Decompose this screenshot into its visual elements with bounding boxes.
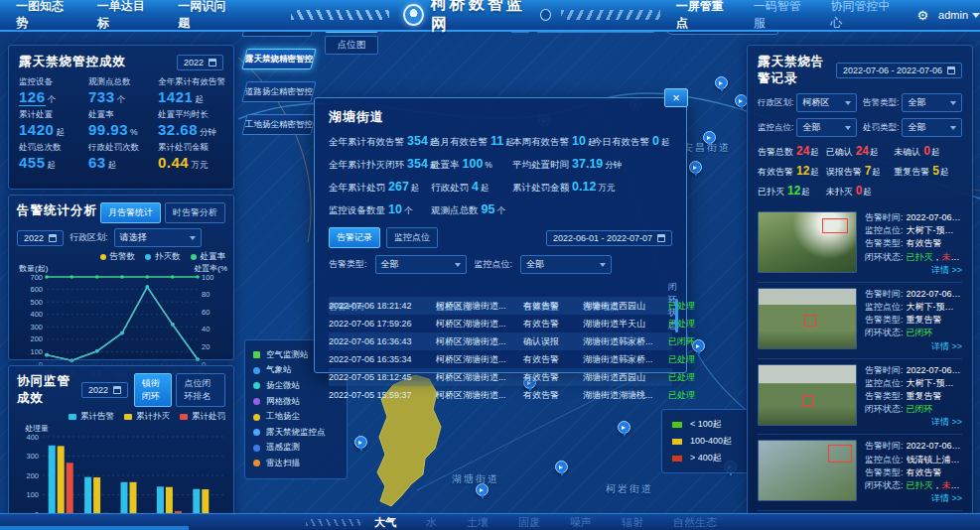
date-range-picker[interactable]: 2022-06-01 - 2022-07-07 xyxy=(546,230,672,246)
tab-point-ranking[interactable]: 点位闭环排名 xyxy=(176,373,225,407)
stat-unit: 起 xyxy=(48,160,57,170)
district-select[interactable]: 柯桥区 xyxy=(796,93,857,112)
stat-label: 误报告警 xyxy=(826,167,862,177)
bottom-tab[interactable]: 土壤 xyxy=(467,515,489,530)
table-row[interactable]: 2022-07-05 18:12:45 柯桥区湖塘街道... 有效告警 湖塘街道… xyxy=(329,368,672,386)
map-pin[interactable] xyxy=(354,436,367,449)
field-value-closure: 已闭环 xyxy=(907,327,933,339)
bottom-tab[interactable]: 大气 xyxy=(374,515,396,530)
alarm-type-select[interactable]: 全部 xyxy=(902,93,962,112)
penalty-type-select[interactable]: 全部 xyxy=(902,118,962,137)
select-value: 全部 xyxy=(908,121,925,134)
detail-link[interactable]: 详情 >> xyxy=(865,492,962,505)
detail-link[interactable]: 详情 >> xyxy=(865,416,962,429)
stat-label: 处置率 xyxy=(431,159,460,170)
settings-gear-icon[interactable]: ⚙ xyxy=(916,8,928,23)
svg-text:300: 300 xyxy=(30,323,43,331)
legend-item[interactable]: 遥感监测 xyxy=(253,441,339,457)
top-header: 一图知态势 一单达目标 一网识问题 柯桥数智蓝网 一屏管重点 一码智管服 协同管… xyxy=(0,0,980,32)
table-row[interactable]: 2022-07-06 16:36:43 柯桥区湖塘街道... 确认误报 湖塘街道… xyxy=(329,332,672,350)
monitor-point-select[interactable]: 全部 xyxy=(520,255,612,274)
tab-town-closed-loop[interactable]: 镇街闭环 xyxy=(134,373,172,407)
map-control-site-dust[interactable]: 工地扬尘精密智控 xyxy=(241,114,316,135)
alarm-type-select[interactable]: 全部 xyxy=(375,255,467,274)
calendar-icon xyxy=(947,66,955,74)
year-picker[interactable]: 2022 xyxy=(17,230,64,246)
nav-item-screen-focus[interactable]: 一屏管重点 xyxy=(676,0,730,32)
table-row[interactable]: 2022-07-06 16:35:34 柯桥区湖塘街道... 有效告警 湖塘街道… xyxy=(329,350,672,368)
alarm-list[interactable]: 告警时间:2022-07-06 19:02:01 监控点位:大树下-预置位7 告… xyxy=(758,206,962,526)
alarm-card[interactable]: 告警时间:2022-07-06 18:59:43 监控点位:大树下-预置位2 告… xyxy=(758,359,962,436)
svg-text:600: 600 xyxy=(30,285,43,294)
alarm-thumbnail[interactable] xyxy=(758,288,857,349)
alarm-thumbnail[interactable] xyxy=(758,440,857,501)
legend-item[interactable]: 工地扬尘 xyxy=(253,409,339,425)
tab-alarm-records[interactable]: 告警记录 xyxy=(329,227,380,248)
tab-monthly-alarm-stats[interactable]: 月告警统计 xyxy=(100,202,161,223)
legend-item[interactable]: 告警数 xyxy=(100,251,136,263)
cell-status: 已处理 xyxy=(668,353,695,366)
table-row[interactable]: 2022-07-06 17:59:26 柯桥区湖塘街道... 有效告警 湖塘街道… xyxy=(329,315,672,332)
legend-item[interactable]: 扑灭数 xyxy=(145,251,181,263)
range-legend: < 100起 100-400起 > 400起 xyxy=(661,409,761,473)
alarm-card[interactable]: 告警时间:2022-07-06 18:57:33 监控点位:钱清镇上浦西-预置位… xyxy=(758,435,962,511)
close-button[interactable]: × xyxy=(664,88,688,107)
nav-item-situation[interactable]: 一图知态势 xyxy=(16,0,70,32)
legend-item[interactable]: 网格微站 xyxy=(253,394,339,410)
year-picker[interactable]: 2022 xyxy=(177,55,223,70)
popup-stat: 观测点总数95个 xyxy=(431,202,512,217)
detail-link[interactable]: 详情 >> xyxy=(865,264,962,277)
map-pin[interactable] xyxy=(689,161,702,174)
legend-item[interactable]: 累计告警 xyxy=(69,411,114,423)
legend-item[interactable]: 扬尘微站 xyxy=(253,378,339,394)
closure-status: 未处罚 xyxy=(942,252,962,262)
map-pin[interactable] xyxy=(555,461,568,473)
field-label-closure: 闭环状态: xyxy=(865,251,904,264)
map-control-road-dust[interactable]: 道路扬尘精密智控 xyxy=(241,81,316,102)
alarm-card[interactable]: 告警时间:2022-07-06 19:02:01 监控点位:大树下-预置位7 告… xyxy=(758,206,962,283)
alarm-thumbnail[interactable] xyxy=(758,364,857,426)
district-filter-label: 行政区划: xyxy=(758,97,793,109)
table-scrollbar[interactable] xyxy=(675,299,678,332)
bottom-tab[interactable]: 噪声 xyxy=(570,515,592,530)
tab-hourly-alarm-analysis[interactable]: 时告警分析 xyxy=(165,202,225,223)
stat-item: 处罚总次数 455起 xyxy=(19,142,88,172)
bottom-tab[interactable]: 固废 xyxy=(518,515,540,530)
tab-monitor-points[interactable]: 监控点位 xyxy=(386,227,438,248)
map-control-open-burning[interactable]: 露天禁烧精密智控 xyxy=(241,49,316,69)
stat-item: 已确认24起 xyxy=(826,144,895,159)
app-root: 安昌街道湖塘街道柯岩街道 空气站点精密智控 露天禁烧精密智控 道路扬尘精密智控 … xyxy=(0,0,980,530)
bottom-tab[interactable]: 水 xyxy=(426,515,437,530)
nav-item-code-service[interactable]: 一码智管服 xyxy=(754,0,807,32)
legend-item[interactable]: 处置率 xyxy=(191,251,226,263)
map-pin[interactable] xyxy=(715,76,728,89)
line-chart-legend: 告警数扑灭数处置率 xyxy=(17,251,225,263)
legend-label: 处置率 xyxy=(201,251,226,263)
admin-user-menu[interactable]: admin xyxy=(938,9,980,21)
cell-time: 2022-07-06 18:21:42 xyxy=(329,301,436,311)
nav-item-target[interactable]: 一单达目标 xyxy=(97,0,151,32)
nav-item-problem[interactable]: 一网识问题 xyxy=(178,0,231,32)
detail-link[interactable]: 详情 >> xyxy=(865,340,962,353)
legend-item[interactable]: 累计扑灭 xyxy=(124,411,170,423)
stat-label: 处置平均时长 xyxy=(158,109,225,121)
date-range-picker[interactable]: 2022-07-06 - 2022-07-06 xyxy=(836,63,962,78)
legend-item[interactable]: 露天禁烧监控点 xyxy=(253,425,339,441)
mode-button-point[interactable]: 点位图 xyxy=(325,36,378,55)
legend-item[interactable]: 累计处罚 xyxy=(180,411,225,423)
table-row[interactable]: 2022-07-05 15:59:37 柯桥区湖塘街道... 有效告警 湖塘街道… xyxy=(329,386,672,404)
monitor-point-select[interactable]: 全部 xyxy=(796,118,857,137)
stat-label: 有效告警 xyxy=(758,167,793,177)
alarm-card[interactable]: 告警时间:2022-07-06 19:00:08 监控点位:大树下-预置位2 告… xyxy=(758,283,962,359)
legend-label: 扬尘微站 xyxy=(266,380,300,392)
district-value: 请选择 xyxy=(120,231,147,244)
district-select[interactable]: 请选择 xyxy=(114,228,202,247)
alarm-thumbnail[interactable] xyxy=(758,211,857,273)
panel-title: 露天禁烧告警记录 xyxy=(758,54,836,87)
year-picker[interactable]: 2022 xyxy=(81,382,128,398)
map-pin[interactable] xyxy=(618,421,630,434)
nav-item-collab-center[interactable]: 协同管控中心 xyxy=(831,0,896,32)
bottom-tab[interactable]: 自然生态 xyxy=(673,515,717,530)
legend-item[interactable]: 雷达扫描 xyxy=(253,456,339,471)
bottom-tab[interactable]: 辐射 xyxy=(622,515,643,530)
